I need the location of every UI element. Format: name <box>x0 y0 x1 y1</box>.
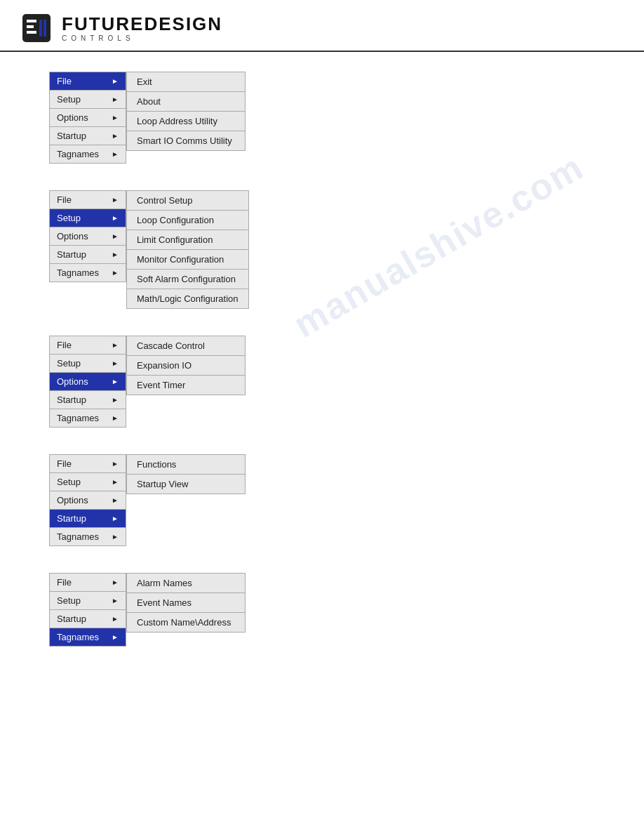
dropdown-panel-2: Control Setup Loop Configuration Limit C… <box>126 190 249 309</box>
arrow-icon: ► <box>112 515 119 522</box>
arrow-icon: ► <box>112 214 119 222</box>
logo-main-text: FUTUREDESIGN <box>62 15 222 33</box>
logo-text: FUTUREDESIGN CONTROLS <box>62 15 222 42</box>
dropdown-item-event-names[interactable]: Event Names <box>127 593 245 613</box>
dropdown-item-startup-view[interactable]: Startup View <box>127 475 245 494</box>
dropdown-panel-5: Alarm Names Event Names Custom Name\Addr… <box>126 573 246 633</box>
dropdown-panel-4: Functions Startup View <box>126 454 246 494</box>
arrow-icon: ► <box>112 150 119 158</box>
svg-rect-4 <box>39 20 42 37</box>
menu-group-1: File ► Setup ► Options ► Startup ► Tagna… <box>49 72 595 164</box>
arrow-icon: ► <box>112 496 119 504</box>
arrow-icon: ► <box>112 251 119 258</box>
arrow-icon: ► <box>112 378 119 385</box>
dropdown-item-loop-config[interactable]: Loop Configuration <box>127 211 248 230</box>
menu-item-file-2[interactable]: File ► <box>50 191 126 209</box>
logo-sub-text: CONTROLS <box>62 34 222 42</box>
arrow-icon: ► <box>112 414 119 422</box>
menu-group-5: File ► Setup ► Startup ► Tagnames ► Alar… <box>49 573 595 647</box>
dropdown-item-smart-io[interactable]: Smart IO Comms Utility <box>127 131 245 150</box>
svg-rect-3 <box>27 31 36 34</box>
menu-item-setup-1[interactable]: Setup ► <box>50 91 126 109</box>
menu-item-tagnames-5[interactable]: Tagnames ► <box>50 628 126 646</box>
dropdown-item-limit-config[interactable]: Limit Configuration <box>127 230 248 250</box>
arrow-icon: ► <box>112 341 119 349</box>
arrow-icon: ► <box>112 196 119 204</box>
arrow-icon: ► <box>112 269 119 277</box>
arrow-icon: ► <box>112 232 119 240</box>
arrow-icon: ► <box>112 114 119 121</box>
dropdown-item-soft-alarm[interactable]: Soft Alarm Configuration <box>127 270 248 289</box>
dropdown-item-exit[interactable]: Exit <box>127 72 245 92</box>
menu-item-file-4[interactable]: File ► <box>50 455 126 473</box>
menu-item-options-1[interactable]: Options ► <box>50 109 126 127</box>
arrow-icon: ► <box>112 597 119 604</box>
dropdown-item-loop-address[interactable]: Loop Address Utility <box>127 112 245 131</box>
arrow-icon: ► <box>112 77 119 85</box>
svg-rect-2 <box>27 25 34 28</box>
svg-rect-1 <box>27 20 36 22</box>
menu-item-setup-4[interactable]: Setup ► <box>50 473 126 491</box>
menu-row-1: File ► Setup ► Options ► Startup ► Tagna… <box>49 72 595 164</box>
svg-rect-5 <box>43 20 46 37</box>
menu-item-file-5[interactable]: File ► <box>50 574 126 592</box>
dropdown-item-functions[interactable]: Functions <box>127 455 245 475</box>
menu-item-tagnames-3[interactable]: Tagnames ► <box>50 409 126 427</box>
dropdown-item-about[interactable]: About <box>127 92 245 112</box>
dropdown-item-monitor-config[interactable]: Monitor Configuration <box>127 250 248 270</box>
header: FUTUREDESIGN CONTROLS <box>0 0 644 52</box>
logo-icon <box>21 13 52 44</box>
arrow-icon: ► <box>112 396 119 404</box>
arrow-icon: ► <box>112 95 119 103</box>
arrow-icon: ► <box>112 478 119 486</box>
dropdown-item-control-setup[interactable]: Control Setup <box>127 191 248 211</box>
menu-item-startup-3[interactable]: Startup ► <box>50 391 126 409</box>
dropdown-panel-3: Cascade Control Expansion IO Event Timer <box>126 336 246 395</box>
arrow-icon: ► <box>112 533 119 541</box>
menu-item-setup-2[interactable]: Setup ► <box>50 209 126 227</box>
dropdown-item-custom-name[interactable]: Custom Name\Address <box>127 613 245 632</box>
menu-bar-4: File ► Setup ► Options ► Startup ► Tagna… <box>49 454 126 546</box>
menu-item-startup-4[interactable]: Startup ► <box>50 510 126 528</box>
menu-item-options-2[interactable]: Options ► <box>50 227 126 246</box>
dropdown-item-alarm-names[interactable]: Alarm Names <box>127 574 245 593</box>
menu-row-2: File ► Setup ► Options ► Startup ► Tagna… <box>49 190 595 309</box>
arrow-icon: ► <box>112 615 119 623</box>
menu-row-5: File ► Setup ► Startup ► Tagnames ► Alar… <box>49 573 595 647</box>
menu-bar-1: File ► Setup ► Options ► Startup ► Tagna… <box>49 72 126 164</box>
arrow-icon: ► <box>112 633 119 641</box>
arrow-icon: ► <box>112 132 119 140</box>
menu-item-tagnames-4[interactable]: Tagnames ► <box>50 528 126 545</box>
arrow-icon: ► <box>112 578 119 586</box>
menu-item-tagnames-1[interactable]: Tagnames ► <box>50 145 126 163</box>
menu-item-tagnames-2[interactable]: Tagnames ► <box>50 264 126 282</box>
menu-item-file-1[interactable]: File ► <box>50 72 126 91</box>
menu-item-setup-3[interactable]: Setup ► <box>50 355 126 373</box>
menu-item-setup-5[interactable]: Setup ► <box>50 592 126 610</box>
menu-item-options-4[interactable]: Options ► <box>50 491 126 510</box>
arrow-icon: ► <box>112 359 119 367</box>
dropdown-item-cascade[interactable]: Cascade Control <box>127 336 245 356</box>
menu-item-startup-1[interactable]: Startup ► <box>50 127 126 145</box>
dropdown-item-event-timer[interactable]: Event Timer <box>127 376 245 395</box>
dropdown-item-expansion-io[interactable]: Expansion IO <box>127 356 245 376</box>
menu-bar-3: File ► Setup ► Options ► Startup ► Tagna… <box>49 336 126 428</box>
menu-row-3: File ► Setup ► Options ► Startup ► Tagna… <box>49 336 595 428</box>
menu-item-file-3[interactable]: File ► <box>50 336 126 355</box>
menus-area: File ► Setup ► Options ► Startup ► Tagna… <box>0 65 644 680</box>
menu-row-4: File ► Setup ► Options ► Startup ► Tagna… <box>49 454 595 546</box>
menu-group-4: File ► Setup ► Options ► Startup ► Tagna… <box>49 454 595 546</box>
dropdown-panel-1: Exit About Loop Address Utility Smart IO… <box>126 72 246 151</box>
menu-bar-2: File ► Setup ► Options ► Startup ► Tagna… <box>49 190 126 282</box>
menu-item-options-3[interactable]: Options ► <box>50 373 126 391</box>
menu-group-3: File ► Setup ► Options ► Startup ► Tagna… <box>49 336 595 428</box>
menu-group-2: File ► Setup ► Options ► Startup ► Tagna… <box>49 190 595 309</box>
menu-bar-5: File ► Setup ► Startup ► Tagnames ► <box>49 573 126 647</box>
menu-item-startup-2[interactable]: Startup ► <box>50 246 126 264</box>
arrow-icon: ► <box>112 460 119 468</box>
dropdown-item-math-logic[interactable]: Math/Logic Configuration <box>127 289 248 308</box>
menu-item-startup-5[interactable]: Startup ► <box>50 610 126 628</box>
